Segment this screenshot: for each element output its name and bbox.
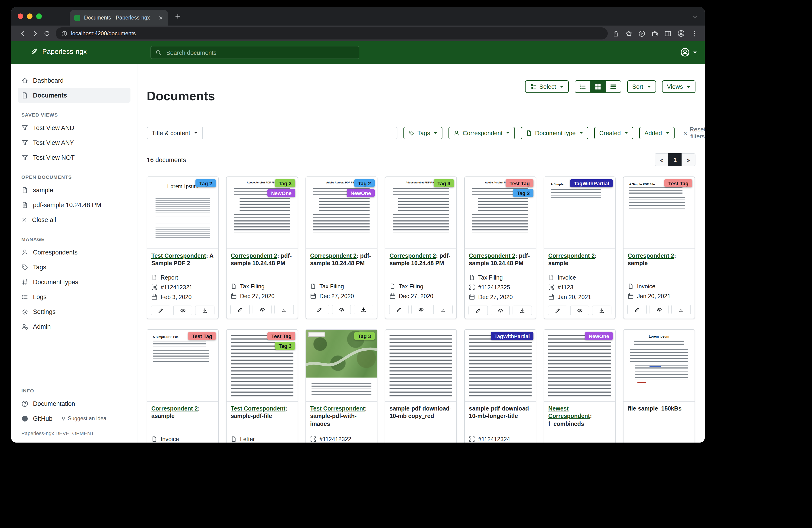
view-button[interactable] [332, 305, 351, 314]
document-thumbnail[interactable]: Lorem Ipsum Tag 2 [147, 177, 218, 249]
document-title-text[interactable]: file-sample_150kBs [628, 405, 682, 412]
document-thumbnail[interactable]: TagWithPartial [465, 330, 536, 402]
correspondent-link[interactable]: Correspondent 2 [469, 253, 515, 259]
view-button[interactable] [173, 305, 192, 315]
document-thumbnail[interactable] [385, 330, 456, 402]
document-thumbnail[interactable]: Test Tag Tag 3 [227, 330, 298, 402]
added-filter-button[interactable]: Added [639, 127, 675, 139]
document-type-filter-button[interactable]: Document type [521, 127, 588, 139]
tag-badge[interactable]: NewOne [347, 189, 375, 197]
tag-badge[interactable]: Tag 2 [513, 189, 534, 197]
download-button[interactable] [592, 305, 611, 315]
document-thumbnail[interactable]: Lorem ipsum [624, 330, 695, 402]
tags-filter-button[interactable]: Tags [404, 127, 443, 139]
zoom-window-button[interactable] [36, 13, 42, 19]
document-thumbnail[interactable]: A Simple PDF File Test Tag [147, 330, 218, 402]
correspondent-link[interactable]: Newest Correspondent [548, 405, 590, 419]
tag-badge[interactable]: Tag 3 [354, 332, 375, 340]
edit-button[interactable] [230, 305, 249, 314]
correspondent-link[interactable]: Test Correspondent [231, 405, 286, 412]
document-title-text[interactable]: sample-pdf-download-10-mb copy_red [390, 405, 451, 419]
download-button[interactable] [513, 305, 532, 315]
edit-button[interactable] [151, 305, 170, 315]
sidebar-item-document-types[interactable]: Document types [18, 274, 130, 289]
tag-badge[interactable]: Test Tag [665, 179, 692, 187]
correspondent-link[interactable]: Test Correspondent [310, 405, 365, 412]
minimize-window-button[interactable] [27, 13, 32, 19]
select-button[interactable]: Select [525, 80, 568, 93]
correspondent-link[interactable]: Correspondent 2 [310, 253, 357, 259]
app-brand[interactable]: Paperless-ngx [30, 47, 87, 55]
sidebar-item-documentation[interactable]: Documentation [18, 396, 130, 411]
url-bar[interactable]: localhost:4200/documents [56, 27, 608, 40]
sidebar-item-correspondents[interactable]: Correspondents [18, 245, 130, 260]
tag-badge[interactable]: Tag 3 [275, 179, 295, 187]
document-thumbnail[interactable]: Adobe Acrobat PDF Files Tag 3 NewOne [227, 177, 298, 249]
bookmark-star-icon[interactable] [625, 30, 632, 37]
edit-button[interactable] [389, 305, 408, 314]
sidebar-open-document[interactable]: sample [18, 183, 130, 197]
sidebar-saved-view[interactable]: Test View AND [18, 120, 130, 135]
document-title-text[interactable]: sample-pdf-download-10-mb-longer-title [469, 405, 531, 419]
title-content-dropdown[interactable]: Title & content [147, 127, 203, 139]
sidebar-open-document[interactable]: pdf-sample 10.24.48 PM [18, 197, 130, 212]
site-info-icon[interactable] [61, 30, 67, 37]
view-button[interactable] [491, 305, 510, 315]
browser-tab[interactable]: Documents - Paperless-ngx [70, 10, 168, 26]
tag-badge[interactable]: Test Tag [506, 179, 534, 187]
new-tab-button[interactable] [175, 13, 181, 19]
list-view-button[interactable] [575, 80, 590, 93]
document-thumbnail[interactable]: Tag 3 [306, 330, 377, 402]
tab-close-icon[interactable] [158, 15, 163, 20]
sidebar-item-documents[interactable]: Documents [18, 88, 130, 103]
tag-badge[interactable]: Tag 2 [354, 179, 375, 187]
forward-button[interactable] [29, 27, 41, 40]
view-button[interactable] [252, 305, 272, 314]
correspondent-link[interactable]: Correspondent 2 [231, 253, 277, 259]
tag-badge[interactable]: TagWithPartial [491, 332, 534, 340]
menu-kebab-icon[interactable] [691, 30, 698, 37]
edit-button[interactable] [548, 305, 567, 315]
reload-button[interactable] [41, 27, 53, 40]
views-button[interactable]: Views [662, 80, 695, 93]
sidebar-item-tags[interactable]: Tags [18, 260, 130, 274]
edit-button[interactable] [310, 305, 329, 314]
pagination-prev-button[interactable]: « [655, 153, 669, 166]
back-button[interactable] [17, 27, 29, 40]
sidebar-item-admin[interactable]: Admin [18, 319, 130, 334]
correspondent-link[interactable]: Test Correspondent [151, 253, 206, 259]
tag-badge[interactable]: Tag 3 [434, 179, 454, 187]
document-thumbnail[interactable]: A Simple TagWithPartial [544, 177, 615, 249]
created-filter-button[interactable]: Created [594, 127, 634, 139]
sidebar-close-all[interactable]: Close all [18, 212, 130, 227]
profile-avatar-icon[interactable] [677, 30, 685, 37]
document-thumbnail[interactable]: Adobe Acrobat PDF Files Tag 3 [385, 177, 456, 249]
tab-search-icon[interactable] [692, 14, 698, 19]
detail-view-button[interactable] [605, 80, 621, 93]
reset-filters-button[interactable]: × Reset filters [681, 125, 705, 140]
view-button[interactable] [649, 305, 669, 314]
document-thumbnail[interactable]: Adobe Acrobat PDF Files Tag 2 NewOne [306, 177, 377, 249]
tag-badge[interactable]: Test Tag [188, 332, 216, 340]
search-input[interactable] [165, 48, 354, 56]
view-button[interactable] [570, 305, 589, 315]
correspondent-link[interactable]: Correspondent 2 [390, 253, 436, 259]
download-button[interactable] [433, 305, 453, 314]
tag-badge[interactable]: NewOne [267, 189, 295, 197]
correspondent-link[interactable]: Correspondent 2 [151, 405, 198, 412]
edit-button[interactable] [468, 305, 488, 315]
download-button[interactable] [195, 305, 215, 315]
tag-badge[interactable]: Test Tag [267, 332, 295, 340]
correspondent-filter-button[interactable]: Correspondent [449, 127, 515, 139]
pagination-next-button[interactable]: » [682, 153, 695, 166]
edit-button[interactable] [627, 305, 647, 314]
tag-badge[interactable]: TagWithPartial [570, 179, 613, 187]
tag-badge[interactable]: NewOne [585, 332, 613, 340]
document-thumbnail[interactable]: NewOne [544, 330, 615, 402]
sidebar-saved-view[interactable]: Test View NOT [18, 150, 130, 165]
download-button[interactable] [275, 305, 294, 314]
download-button[interactable] [354, 305, 373, 314]
correspondent-link[interactable]: Correspondent 2 [548, 253, 595, 259]
correspondent-link[interactable]: Correspondent 2 [628, 253, 674, 259]
share-icon[interactable] [612, 30, 619, 37]
